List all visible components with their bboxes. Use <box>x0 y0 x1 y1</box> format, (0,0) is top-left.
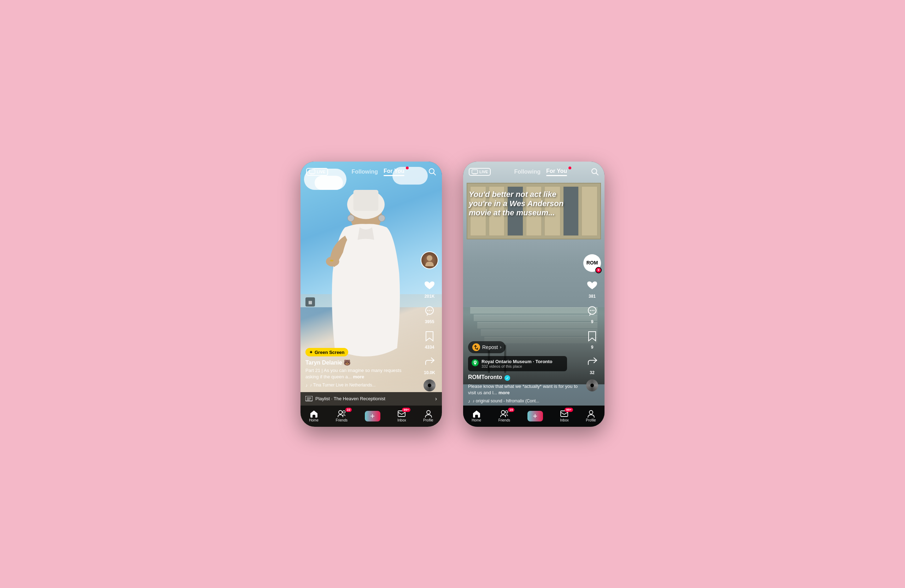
creator-name-1[interactable]: Taryn Delanie 🐻 <box>305 359 416 366</box>
nav-home-1[interactable]: Home <box>309 410 319 422</box>
repost-icon-2 <box>472 343 480 351</box>
nav-profile-1[interactable]: Profile <box>423 410 433 422</box>
location-count-2: 332 videos of this place <box>481 364 564 369</box>
playlist-bar-1[interactable]: Playlist · The Heaven Receptionist › <box>300 392 442 405</box>
nav-inbox-2[interactable]: 99+ Inbox <box>560 410 568 422</box>
phone-1: LIVE Following For You ▦ <box>300 162 442 427</box>
add-icon-2: + <box>533 412 537 420</box>
home-label-1: Home <box>309 418 319 422</box>
share-icon-2 <box>587 357 597 367</box>
music-note-icon-2: ♪ <box>468 399 470 404</box>
nav-friends-1[interactable]: 22 Friends <box>336 410 348 422</box>
svg-point-22 <box>339 410 342 414</box>
comment-button-2[interactable]: 9 <box>584 303 600 324</box>
heart-icon-container-2 <box>584 278 600 293</box>
foryou-tab-1[interactable]: For You <box>384 168 405 176</box>
svg-rect-18 <box>305 396 313 401</box>
add-button-1[interactable]: + <box>365 411 380 421</box>
video-title-overlay-2: You'd better not act like you're in a We… <box>469 190 580 218</box>
bookmark-icon-2 <box>587 331 597 342</box>
bookmark-button-2[interactable]: 9 <box>584 329 600 350</box>
svg-point-35 <box>594 310 595 311</box>
svg-point-33 <box>590 310 591 311</box>
location-tag-2[interactable]: Royal Ontario Museum · Toronto 332 video… <box>468 356 567 371</box>
share-count-1: 10.0K <box>424 370 435 375</box>
search-button-2[interactable] <box>591 167 599 177</box>
friends-badge-1: 22 <box>345 408 352 412</box>
bookmark-button-1[interactable]: 4334 <box>422 329 437 350</box>
nav-inbox-1[interactable]: 99+ Inbox <box>397 410 406 422</box>
bookmark-icon-container-2 <box>584 329 600 344</box>
nav-add-1[interactable]: + <box>365 411 380 421</box>
bottom-nav-2: Home 19 Friends + 99+ Inbox <box>463 405 605 427</box>
like-button-1[interactable]: 201K <box>422 278 437 299</box>
repost-bar-2[interactable]: Repost › <box>468 341 505 353</box>
music-row-2[interactable]: ♪ ♪ original sound - hifromalix (Cont... <box>468 399 578 404</box>
right-actions-1: 201K 3955 4334 <box>421 251 438 391</box>
playlist-left-1: Playlist · The Heaven Receptionist <box>305 396 385 402</box>
foryou-underline-1 <box>384 175 405 176</box>
heart-icon-container-1 <box>422 278 437 293</box>
heart-icon-2 <box>587 280 597 290</box>
creator-avatar-container-2[interactable]: ROM + <box>583 254 601 272</box>
like-button-2[interactable]: 381 <box>584 278 600 299</box>
inbox-badge-1: 99+ <box>402 408 410 412</box>
live-badge-1[interactable]: LIVE <box>306 168 328 176</box>
notification-dot-2 <box>568 167 571 169</box>
search-icon-2 <box>591 167 599 176</box>
tv-icon-1 <box>309 169 315 174</box>
top-nav-2: LIVE Following For You <box>463 162 605 180</box>
more-label-2[interactable]: more <box>499 390 510 395</box>
profile-label-2: Profile <box>586 418 596 422</box>
friends-badge-2: 19 <box>508 408 514 412</box>
comment-icon-container-1 <box>422 303 437 319</box>
video-desc-1: Part 21 | As you can imagine so many req… <box>305 367 416 380</box>
friends-label-2: Friends <box>499 418 510 422</box>
nav-profile-2[interactable]: Profile <box>586 410 596 422</box>
profile-icon-2 <box>587 410 595 418</box>
nav-home-2[interactable]: Home <box>472 410 481 422</box>
comment-count-2: 9 <box>591 319 594 324</box>
comment-button-1[interactable]: 3955 <box>422 303 437 324</box>
live-text-2: LIVE <box>479 170 488 174</box>
share-button-1[interactable]: 10.0K <box>422 354 437 375</box>
music-note-icon-1: ♪ <box>305 383 308 388</box>
friends-label-1: Friends <box>336 418 348 422</box>
svg-point-37 <box>501 410 505 414</box>
caption-text-1: ▦ <box>308 300 312 305</box>
following-tab-2[interactable]: Following <box>514 168 540 175</box>
repost-arrows-icon <box>474 345 479 350</box>
comment-icon-1 <box>424 306 435 316</box>
repost-chevron-2: › <box>500 345 501 350</box>
live-badge-2[interactable]: LIVE <box>469 168 491 176</box>
music-disc-2 <box>586 380 598 391</box>
search-button-1[interactable] <box>428 167 436 177</box>
following-tab-1[interactable]: Following <box>351 168 378 175</box>
effect-badge-1[interactable]: ✦ Green Screen <box>305 348 348 356</box>
svg-line-31 <box>596 173 598 175</box>
creator-name-2[interactable]: ROMToronto <box>468 374 502 380</box>
like-count-2: 381 <box>589 294 596 299</box>
like-count-1: 201K <box>425 294 435 299</box>
add-button-2[interactable]: + <box>527 411 543 421</box>
svg-point-3 <box>348 215 354 221</box>
foryou-tab-2[interactable]: For You <box>546 168 567 176</box>
music-row-1[interactable]: ♪ ♪ Tina Turner Live in Netherlands... <box>305 383 416 388</box>
right-actions-2: ROM + 381 9 <box>583 254 601 391</box>
profile-icon-1 <box>424 410 433 418</box>
home-icon-2 <box>472 410 481 418</box>
more-label-1[interactable]: more <box>353 374 364 380</box>
creator-avatar-container-1[interactable] <box>421 251 438 272</box>
home-icon-1 <box>310 410 318 418</box>
nav-center-2: Following For You <box>514 168 567 176</box>
friends-icon-1 <box>337 410 346 418</box>
effect-text-1: Green Screen <box>314 350 345 355</box>
svg-rect-2 <box>354 190 379 211</box>
bookmark-icon-1 <box>425 331 434 342</box>
profile-label-1: Profile <box>423 418 433 422</box>
share-count-2: 32 <box>590 370 594 375</box>
nav-add-2[interactable]: + <box>527 411 543 421</box>
share-button-2[interactable]: 32 <box>584 354 600 375</box>
caption-box-1: ▦ <box>305 297 315 307</box>
nav-friends-2[interactable]: 19 Friends <box>499 410 510 422</box>
